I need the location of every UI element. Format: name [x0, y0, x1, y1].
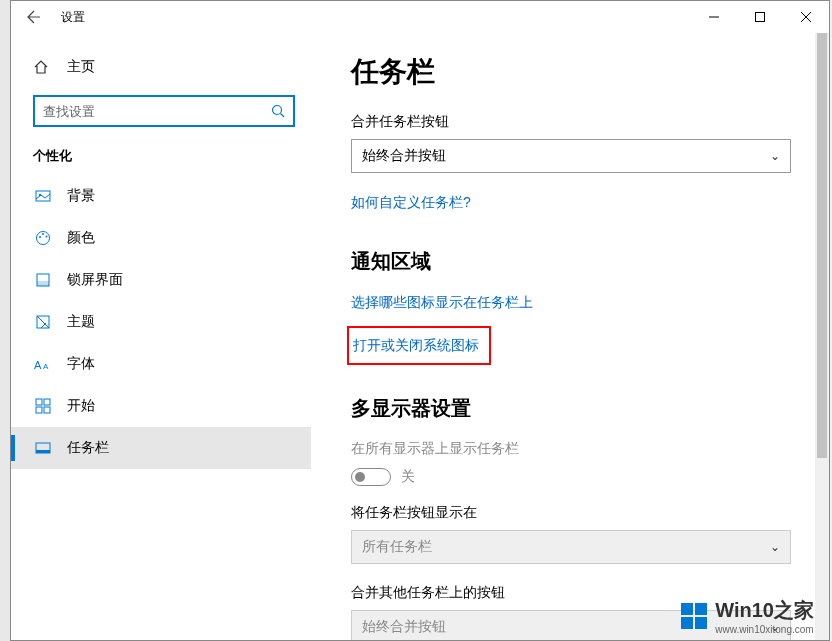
nav-label: 字体	[67, 355, 95, 373]
picture-icon	[33, 186, 53, 206]
lockscreen-icon	[33, 270, 53, 290]
font-icon: AA	[33, 354, 53, 374]
nav-label: 背景	[67, 187, 95, 205]
dropdown-value: 始终合并按钮	[362, 618, 446, 636]
watermark: Win10之家 www.win10xitong.com	[681, 597, 814, 635]
nav-item-taskbar[interactable]: 任务栏	[11, 427, 311, 469]
nav-label: 颜色	[67, 229, 95, 247]
customize-link[interactable]: 如何自定义任务栏?	[351, 194, 471, 212]
section-title: 个性化	[11, 141, 311, 175]
nav-item-background[interactable]: 背景	[11, 175, 311, 217]
svg-text:A: A	[43, 362, 49, 371]
desktop-edge	[0, 0, 10, 641]
sidebar: 主页 个性化 背景 颜色 锁屏界面	[11, 33, 311, 640]
minimize-icon	[709, 12, 719, 22]
svg-text:A: A	[34, 359, 42, 371]
highlight-box: 打开或关闭系统图标	[347, 326, 491, 365]
nav-item-lockscreen[interactable]: 锁屏界面	[11, 259, 311, 301]
svg-rect-18	[44, 399, 50, 405]
maximize-button[interactable]	[737, 1, 783, 33]
buttons-on-dropdown: 所有任务栏 ⌄	[351, 530, 791, 564]
toggle-state: 关	[401, 468, 415, 486]
nav-item-colors[interactable]: 颜色	[11, 217, 311, 259]
svg-point-10	[46, 236, 48, 238]
chevron-down-icon: ⌄	[770, 149, 780, 163]
svg-rect-13	[37, 281, 49, 286]
svg-line-5	[281, 114, 285, 118]
system-icons-link[interactable]: 打开或关闭系统图标	[353, 337, 479, 355]
windows-logo-icon	[681, 603, 707, 629]
nav-item-fonts[interactable]: AA 字体	[11, 343, 311, 385]
toggle-row: 关	[351, 468, 789, 486]
svg-point-9	[42, 233, 44, 235]
content-area: 任务栏 合并任务栏按钮 始终合并按钮 ⌄ 如何自定义任务栏? 通知区域 选择哪些…	[311, 33, 829, 640]
titlebar-left: 设置	[11, 1, 85, 33]
nav-label: 任务栏	[67, 439, 109, 457]
home-icon	[33, 59, 53, 75]
svg-rect-1	[756, 13, 765, 22]
show-all-label: 在所有显示器上显示任务栏	[351, 440, 789, 458]
page-title: 任务栏	[351, 53, 789, 91]
nav-item-start[interactable]: 开始	[11, 385, 311, 427]
taskbar-icon	[33, 438, 53, 458]
theme-icon	[33, 312, 53, 332]
svg-rect-22	[36, 450, 50, 453]
minimize-button[interactable]	[691, 1, 737, 33]
select-icons-link[interactable]: 选择哪些图标显示在任务栏上	[351, 294, 533, 312]
window-title: 设置	[61, 9, 85, 26]
svg-point-11	[39, 236, 41, 238]
watermark-brand: Win10之家	[715, 597, 814, 624]
combine-label: 合并任务栏按钮	[351, 113, 789, 131]
svg-rect-17	[36, 399, 42, 405]
maximize-icon	[755, 12, 765, 22]
settings-window: 设置 主页	[10, 0, 830, 641]
window-controls	[691, 1, 829, 33]
search-icon	[271, 104, 285, 118]
close-icon	[801, 12, 811, 22]
home-link[interactable]: 主页	[11, 47, 311, 87]
dropdown-value: 所有任务栏	[362, 538, 432, 556]
start-icon	[33, 396, 53, 416]
nav-label: 锁屏界面	[67, 271, 123, 289]
search-field[interactable]	[43, 104, 271, 119]
palette-icon	[33, 228, 53, 248]
watermark-text: Win10之家 www.win10xitong.com	[715, 597, 814, 635]
dropdown-value: 始终合并按钮	[362, 147, 446, 165]
notification-header: 通知区域	[351, 248, 789, 275]
combine-dropdown[interactable]: 始终合并按钮 ⌄	[351, 139, 791, 173]
multimonitor-header: 多显示器设置	[351, 395, 789, 422]
svg-rect-19	[36, 407, 42, 413]
scrollbar-thumb[interactable]	[817, 33, 827, 458]
home-label: 主页	[67, 58, 95, 76]
watermark-url: www.win10xitong.com	[715, 624, 814, 635]
nav-label: 主题	[67, 313, 95, 331]
back-button[interactable]	[11, 1, 57, 33]
buttons-on-label: 将任务栏按钮显示在	[351, 504, 789, 522]
chevron-down-icon: ⌄	[770, 540, 780, 554]
body: 主页 个性化 背景 颜色 锁屏界面	[11, 33, 829, 640]
nav-item-themes[interactable]: 主题	[11, 301, 311, 343]
nav-label: 开始	[67, 397, 95, 415]
titlebar: 设置	[11, 1, 829, 33]
svg-rect-20	[44, 407, 50, 413]
close-button[interactable]	[783, 1, 829, 33]
scrollbar[interactable]	[815, 33, 829, 640]
arrow-left-icon	[26, 9, 42, 25]
show-all-toggle[interactable]	[351, 468, 391, 486]
search-input[interactable]	[33, 95, 295, 127]
svg-point-4	[273, 106, 282, 115]
